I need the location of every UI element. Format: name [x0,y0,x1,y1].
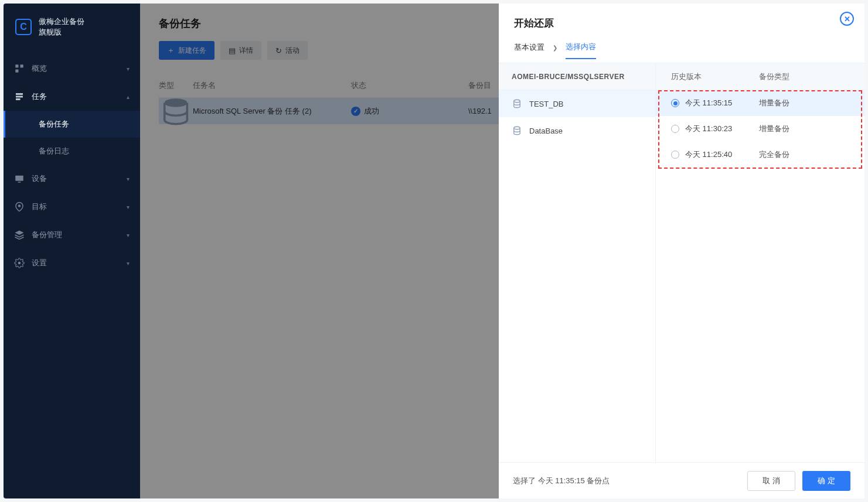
database-name: TEST_DB [529,100,564,108]
version-item[interactable]: 今天 11:35:15 增量备份 [656,90,864,116]
chevron-down-icon: ▾ [127,176,130,182]
chevron-down-icon: ▾ [127,232,130,238]
nav-label: 设置 [32,258,47,268]
brand: C 傲梅企业备份 旗舰版 [4,4,140,54]
svg-rect-0 [15,64,18,67]
footer-selection-info: 选择了 今天 11:35:15 备份点 [513,476,610,486]
nav-settings[interactable]: 设置 ▾ [4,249,140,277]
chevron-down-icon: ▾ [127,260,130,267]
button-label: 确 定 [818,476,835,485]
version-item[interactable]: 今天 11:30:23 增量备份 [656,116,864,142]
database-item[interactable]: TEST_DB [499,90,655,117]
panel-footer: 选择了 今天 11:35:15 备份点 取 消 确 定 [499,462,864,498]
brand-line2: 旗舰版 [39,27,84,37]
nav-label: 任务 [32,91,47,102]
wizard-steps: 基本设置 ❯ 选择内容 [514,42,849,58]
confirm-button[interactable]: 确 定 [802,471,850,491]
panel-header: 开始还原 ✕ 基本设置 ❯ 选择内容 [499,4,864,63]
chevron-down-icon: ▾ [127,66,130,72]
database-item[interactable]: DataBase [499,117,655,144]
version-time: 今天 11:30:23 [685,124,759,134]
brand-line1: 傲梅企业备份 [39,16,84,27]
nav-label: 概览 [32,63,47,74]
wizard-step-select[interactable]: 选择内容 [566,42,596,59]
database-icon [512,98,522,109]
nav-label: 目标 [32,202,47,212]
version-time: 今天 11:35:15 [685,98,759,108]
nav-backup-mgmt[interactable]: 备份管理 ▾ [4,221,140,249]
svg-rect-2 [15,70,18,73]
chevron-up-icon: ▴ [127,94,130,100]
brand-logo-icon: C [15,19,32,35]
svg-rect-3 [15,176,23,181]
subnav-backup-logs[interactable]: 备份日志 [4,138,140,165]
gear-icon [14,258,25,268]
close-button[interactable]: ✕ [840,12,854,26]
radio-icon [671,151,679,159]
subnav-label: 备份任务 [39,119,69,129]
restore-panel: 开始还原 ✕ 基本设置 ❯ 选择内容 AOMEI-BRUCE/MSSQLSERV… [499,4,864,498]
version-type: 增量备份 [759,98,789,108]
nav-targets[interactable]: 目标 ▾ [4,193,140,221]
svg-point-5 [18,204,21,207]
backup-mgmt-icon [14,230,25,240]
versions-column: 历史版本 备份类型 今天 11:35:15 增量备份 今天 11:30:23 增… [656,63,864,462]
chevron-right-icon: ❯ [553,45,557,51]
radio-selected-icon [671,99,679,107]
versions-header: 历史版本 备份类型 [656,63,864,90]
panel-title: 开始还原 [514,16,849,30]
database-icon [512,125,522,136]
panel-body: AOMEI-BRUCE/MSSQLSERVER TEST_DB DataBase [499,63,864,462]
header-type: 备份类型 [759,71,789,82]
svg-rect-1 [21,64,23,67]
main-content: 备份任务 ＋新建任务 ▤详情 ↻活动 类型 任务名 状态 备份目 Micr [140,4,864,498]
nav-tasks[interactable]: 任务 ▴ [4,83,140,111]
nav-overview[interactable]: 概览 ▾ [4,54,140,83]
version-type: 增量备份 [759,124,789,134]
nav-label: 设备 [32,173,47,184]
close-icon: ✕ [844,15,850,23]
nav-label: 备份管理 [32,230,62,240]
source-path: AOMEI-BRUCE/MSSQLSERVER [499,63,655,90]
sidebar: C 傲梅企业备份 旗舰版 概览 ▾ 任务 ▴ 备份任务 备份日志 [4,4,140,498]
overview-icon [14,63,25,74]
tasks-icon [14,91,25,102]
database-name: DataBase [529,127,563,135]
svg-point-9 [514,127,520,129]
version-type: 完全备份 [759,149,789,160]
version-time: 今天 11:25:40 [685,149,759,160]
chevron-down-icon: ▾ [127,204,130,210]
wizard-step-basic[interactable]: 基本设置 [514,42,544,53]
versions-list: 今天 11:35:15 增量备份 今天 11:30:23 增量备份 今天 11:… [656,90,864,168]
nav-tasks-sub: 备份任务 备份日志 [4,111,140,165]
radio-icon [671,125,679,133]
svg-point-8 [514,100,520,103]
subnav-backup-tasks[interactable]: 备份任务 [4,111,140,138]
devices-icon [14,173,25,184]
targets-icon [14,202,25,212]
database-column: AOMEI-BRUCE/MSSQLSERVER TEST_DB DataBase [499,63,656,462]
subnav-label: 备份日志 [39,146,69,156]
nav-devices[interactable]: 设备 ▾ [4,165,140,193]
svg-point-6 [18,262,21,265]
button-label: 取 消 [763,476,780,485]
cancel-button[interactable]: 取 消 [747,471,795,491]
svg-rect-4 [18,182,21,183]
version-item[interactable]: 今天 11:25:40 完全备份 [656,142,864,168]
header-version: 历史版本 [671,71,759,82]
